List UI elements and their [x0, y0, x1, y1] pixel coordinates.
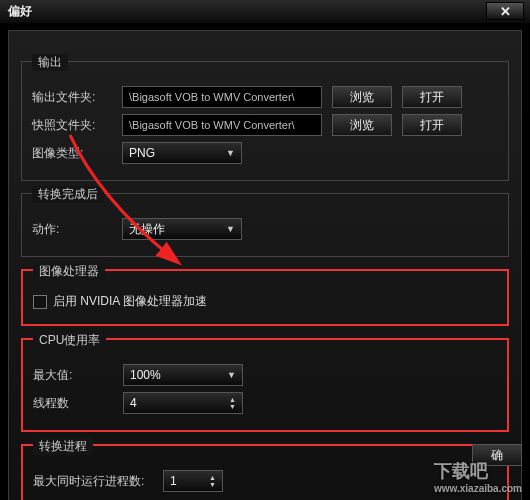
process-fieldset: 转换进程 最大同时运行进程数: 1 ▲▼ [21, 444, 509, 500]
cpu-max-value: 100% [130, 368, 161, 382]
nvidia-checkbox[interactable] [33, 295, 47, 309]
image-type-value: PNG [129, 146, 155, 160]
cpu-legend: CPU使用率 [33, 332, 106, 349]
output-browse-button[interactable]: 浏览 [332, 86, 392, 108]
spinner-updown-icon: ▲▼ [229, 396, 236, 410]
snapshot-folder-input[interactable] [122, 114, 322, 136]
output-open-button[interactable]: 打开 [402, 86, 462, 108]
cpu-threads-label: 线程数 [33, 395, 123, 412]
process-legend: 转换进程 [33, 438, 93, 455]
output-folder-row: 输出文件夹: 浏览 打开 [32, 86, 498, 108]
snapshot-folder-row: 快照文件夹: 浏览 打开 [32, 114, 498, 136]
output-legend: 输出 [32, 54, 68, 71]
process-max-spinner[interactable]: 1 ▲▼ [163, 470, 223, 492]
cpu-max-label: 最大值: [33, 367, 123, 384]
after-action-value: 无操作 [129, 221, 165, 238]
nvidia-checkbox-row: 启用 NVIDIA 图像处理器加速 [33, 293, 497, 310]
cpu-max-row: 最大值: 100% ▼ [33, 364, 497, 386]
cpu-threads-value: 4 [130, 396, 137, 410]
cpu-threads-spinner[interactable]: 4 ▲▼ [123, 392, 243, 414]
spinner-updown-icon: ▲▼ [209, 474, 216, 488]
output-fieldset: 输出 输出文件夹: 浏览 打开 快照文件夹: 浏览 打开 图像类型: PNG ▼ [21, 61, 509, 181]
process-max-label: 最大同时运行进程数: [33, 473, 163, 490]
after-action-label: 动作: [32, 221, 122, 238]
title-bar: 偏好 ✕ [0, 0, 530, 24]
cpu-max-dropdown[interactable]: 100% ▼ [123, 364, 243, 386]
close-button[interactable]: ✕ [486, 2, 524, 20]
gpu-fieldset: 图像处理器 启用 NVIDIA 图像处理器加速 [21, 269, 509, 326]
chevron-down-icon: ▼ [227, 370, 236, 380]
image-type-row: 图像类型: PNG ▼ [32, 142, 498, 164]
nvidia-checkbox-label: 启用 NVIDIA 图像处理器加速 [53, 293, 207, 310]
image-type-label: 图像类型: [32, 145, 122, 162]
process-max-value: 1 [170, 474, 177, 488]
image-type-dropdown[interactable]: PNG ▼ [122, 142, 242, 164]
chevron-down-icon: ▼ [226, 148, 235, 158]
output-folder-input[interactable] [122, 86, 322, 108]
gpu-legend: 图像处理器 [33, 263, 105, 280]
after-legend: 转换完成后 [32, 186, 104, 203]
chevron-down-icon: ▼ [226, 224, 235, 234]
snapshot-browse-button[interactable]: 浏览 [332, 114, 392, 136]
after-action-row: 动作: 无操作 ▼ [32, 218, 498, 240]
snapshot-folder-label: 快照文件夹: [32, 117, 122, 134]
after-conversion-fieldset: 转换完成后 动作: 无操作 ▼ [21, 193, 509, 257]
output-folder-label: 输出文件夹: [32, 89, 122, 106]
snapshot-open-button[interactable]: 打开 [402, 114, 462, 136]
close-icon: ✕ [500, 4, 511, 19]
cpu-threads-row: 线程数 4 ▲▼ [33, 392, 497, 414]
confirm-button[interactable]: 确 [472, 444, 522, 466]
preferences-panel: 输出 输出文件夹: 浏览 打开 快照文件夹: 浏览 打开 图像类型: PNG ▼… [8, 30, 522, 500]
cpu-fieldset: CPU使用率 最大值: 100% ▼ 线程数 4 ▲▼ [21, 338, 509, 432]
process-max-row: 最大同时运行进程数: 1 ▲▼ [33, 470, 497, 492]
after-action-dropdown[interactable]: 无操作 ▼ [122, 218, 242, 240]
window-title: 偏好 [8, 3, 32, 20]
